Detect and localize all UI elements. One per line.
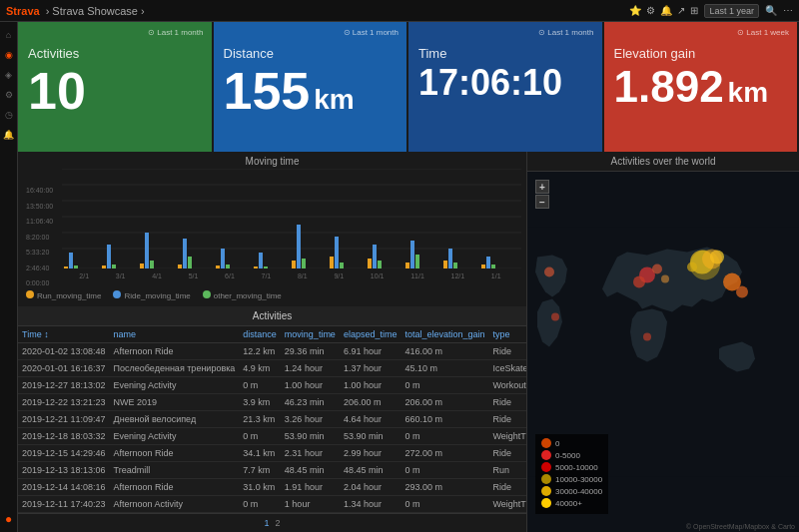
col-elapsed-time[interactable]: elapsed_time [340, 326, 401, 343]
svg-rect-29 [335, 237, 339, 268]
topbar-icons: ⭐ ⚙ 🔔 ↗ ⊞ [629, 5, 698, 16]
sidebar-item-history[interactable]: ◷ [5, 110, 13, 120]
col-moving-time[interactable]: moving_time [281, 326, 340, 343]
svg-point-54 [551, 313, 559, 321]
svg-rect-23 [259, 253, 263, 268]
col-distance[interactable]: distance [239, 326, 281, 343]
svg-rect-26 [297, 225, 301, 268]
elevation-title: Elevation gain [614, 46, 788, 61]
chart-xaxis: 2/13/14/15/1 6/17/18/19/1 10/111/112/11/… [62, 272, 518, 279]
chart-area: 16:40:00 13:50:00 11:06:40 8:20:00 5:33:… [26, 169, 518, 288]
elevation-timerange: ⊙ Last 1 week [737, 28, 789, 37]
gear-icon[interactable]: ⚙ [646, 5, 655, 16]
svg-rect-25 [292, 261, 296, 268]
left-panel: Moving time 16:40:00 13:50:00 11:06:40 8… [18, 152, 527, 532]
table-row[interactable]: 2019-12-22 13:21:23NWE 20193.9 km46.23 m… [18, 394, 526, 411]
zoom-in-button[interactable]: + [535, 180, 549, 194]
col-type[interactable]: type [489, 326, 526, 343]
sidebar-item-dashboard[interactable]: ◉ [5, 50, 13, 60]
legend-run: Run_moving_time [37, 291, 101, 300]
svg-rect-15 [150, 261, 154, 268]
svg-rect-18 [188, 257, 192, 268]
svg-rect-7 [64, 266, 68, 268]
page-2[interactable]: 2 [276, 518, 281, 528]
sidebar-item-alerts[interactable]: 🔔 [3, 130, 14, 140]
svg-rect-11 [107, 245, 111, 268]
table-row[interactable]: 2019-12-27 18:13:02Evening Activity0 m1.… [18, 377, 526, 394]
svg-point-45 [652, 265, 662, 274]
topbar: Strava › Strava Showcase › ⭐ ⚙ 🔔 ↗ ⊞ Las… [0, 0, 799, 22]
breadcrumb: › Strava Showcase › [46, 5, 145, 17]
activities-title: Activities [28, 46, 202, 61]
svg-point-52 [736, 286, 748, 298]
sidebar-item-settings[interactable]: ⚙ [5, 90, 13, 100]
svg-rect-41 [486, 257, 490, 268]
timerange-button[interactable]: Last 1 year [704, 4, 759, 18]
sidebar-item-profile[interactable]: ● [5, 512, 12, 526]
distance-title: Distance [224, 46, 398, 61]
table-title: Activities [18, 306, 526, 326]
svg-rect-21 [226, 265, 230, 268]
distance-unit: km [314, 84, 354, 116]
map-container[interactable]: + − 0 0-5000 5000-10000 10000-30000 3000… [527, 172, 799, 532]
activities-timerange: ⊙ Last 1 month [148, 28, 203, 37]
svg-rect-19 [216, 266, 220, 268]
svg-rect-32 [373, 245, 377, 268]
search-icon[interactable]: 🔍 [765, 5, 777, 16]
stat-card-time: ⊙ Last 1 month Time 17:06:10 [408, 22, 604, 152]
table-row[interactable]: 2019-12-14 14:08:16Afternoon Ride31.0 km… [18, 479, 526, 496]
svg-rect-42 [491, 265, 495, 268]
map-attribution: © OpenStreetMap/Mapbox & Carto [686, 523, 795, 530]
chart-section: Moving time 16:40:00 13:50:00 11:06:40 8… [18, 152, 526, 306]
svg-rect-31 [368, 259, 372, 268]
table-row[interactable]: 2020-01-02 13:08:48Afternoon Ride12.2 km… [18, 343, 526, 360]
col-time[interactable]: Time ↕ [18, 326, 110, 343]
svg-rect-16 [178, 265, 182, 268]
table-row[interactable]: 2019-12-13 18:13:06Treadmill7.7 km48.45 … [18, 462, 526, 479]
legend-ride: Ride_moving_time [124, 291, 190, 300]
table-row[interactable]: 2019-12-11 17:40:23Afternoon Activity0 m… [18, 496, 526, 513]
elevation-value: 1.892 [614, 65, 724, 109]
table-row[interactable]: 2019-12-21 11:09:47Дневной велосипед21.3… [18, 411, 526, 428]
sidebar-item-explore[interactable]: ◈ [5, 70, 12, 80]
right-panel: Activities over the world [527, 152, 799, 532]
time-title: Time [418, 46, 592, 61]
map-zoom-controls: + − [535, 180, 549, 209]
table-row[interactable]: 2019-12-15 14:29:46Afternoon Ride34.1 km… [18, 445, 526, 462]
svg-point-46 [661, 275, 669, 283]
svg-rect-8 [69, 253, 73, 268]
bell-icon[interactable]: 🔔 [660, 5, 672, 16]
svg-rect-10 [102, 266, 106, 268]
svg-rect-33 [378, 261, 382, 268]
svg-rect-30 [340, 263, 344, 268]
svg-rect-14 [145, 233, 149, 268]
chart-yaxis: 16:40:00 13:50:00 11:06:40 8:20:00 5:33:… [26, 187, 60, 286]
main-content: ⊙ Last 1 month Activities 10 ⊙ Last 1 mo… [18, 22, 799, 532]
col-name[interactable]: name [110, 326, 240, 343]
sidebar-item-home[interactable]: ⌂ [6, 30, 11, 40]
map-legend: 0 0-5000 5000-10000 10000-30000 30000-40… [535, 434, 608, 514]
svg-point-55 [643, 333, 651, 341]
svg-rect-17 [183, 239, 187, 268]
table-row[interactable]: 2020-01-01 16:16:37Послеобеденная тренир… [18, 360, 526, 377]
svg-rect-36 [415, 255, 419, 268]
grid-icon[interactable]: ⊞ [690, 5, 698, 16]
more-icon[interactable]: ⋯ [783, 5, 793, 16]
stat-cards-row: ⊙ Last 1 month Activities 10 ⊙ Last 1 mo… [18, 22, 799, 152]
chart-legend: Run_moving_time Ride_moving_time other_m… [26, 290, 518, 300]
svg-rect-40 [481, 265, 485, 268]
page-1[interactable]: 1 [264, 518, 269, 528]
svg-rect-9 [74, 266, 78, 268]
time-timerange: ⊙ Last 1 month [538, 28, 593, 37]
svg-rect-34 [405, 263, 409, 268]
svg-point-57 [702, 250, 722, 269]
table-row[interactable]: 2019-12-18 18:03:32Evening Activity0 m53… [18, 428, 526, 445]
star-icon[interactable]: ⭐ [629, 5, 641, 16]
share-icon[interactable]: ↗ [677, 5, 685, 16]
stat-card-activities: ⊙ Last 1 month Activities 10 [18, 22, 214, 152]
sidebar: ⌂ ◉ ◈ ⚙ ◷ 🔔 ● [0, 22, 18, 532]
col-elevation[interactable]: total_elevation_gain [400, 326, 488, 343]
svg-point-53 [544, 267, 554, 277]
zoom-out-button[interactable]: − [535, 195, 549, 209]
svg-rect-24 [264, 266, 268, 268]
